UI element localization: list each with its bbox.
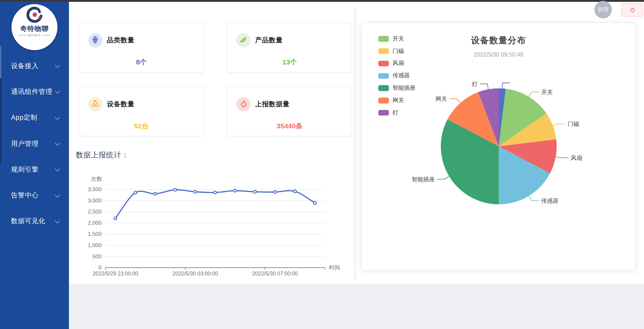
svg-text:3,000: 3,000 (88, 197, 102, 204)
chevron-down-icon (55, 140, 60, 146)
stat-card-value: 8个 (79, 58, 204, 73)
chevron-down-icon (55, 192, 60, 198)
svg-text:门磁: 门磁 (568, 121, 579, 127)
stat-card-devices: 设备数量 52台 (79, 86, 204, 136)
pie-chart: 开关门磁风扇传感器智能插座网关灯 (363, 27, 635, 238)
svg-text:传感器: 传感器 (541, 197, 558, 204)
sidebar-item-data-visual[interactable]: 数据可见化 (0, 208, 69, 234)
stat-card-title: 上报数据量 (255, 100, 290, 108)
svg-text:1,500: 1,500 (88, 231, 102, 237)
svg-text:时间: 时间 (329, 264, 340, 270)
sidebar: 奇特物聯 IOTKIT 设备接入 通讯组件管理 App定制 用户管理 规则引擎 … (0, 2, 69, 329)
svg-text:灯: 灯 (472, 81, 478, 87)
logo-swirl-icon (25, 6, 44, 24)
svg-text:500: 500 (92, 253, 102, 259)
sidebar-item-user-mgmt[interactable]: 用户管理 (0, 131, 69, 157)
page-background (69, 284, 644, 329)
chevron-down-icon (55, 63, 60, 68)
sidebar-item-comm-components[interactable]: 通讯组件管理 (0, 79, 69, 105)
svg-text:2022/5/30 07:00:00: 2022/5/30 07:00:00 (252, 270, 298, 276)
sidebar-item-alert-center[interactable]: 告警中心 (0, 182, 69, 208)
stat-card-reports: 上报数据量 35440条 (227, 86, 352, 136)
stat-card-title: 品类数量 (107, 36, 134, 45)
stat-card-value: 52台 (79, 122, 204, 136)
avatar[interactable]: 管理 (594, 1, 612, 19)
window-top-bar (0, 0, 644, 2)
svg-text:智能插座: 智能插座 (412, 176, 435, 182)
svg-text:风扇: 风扇 (571, 155, 582, 161)
melon-icon (236, 33, 250, 47)
power-icon (628, 6, 636, 14)
sidebar-item-device-access[interactable]: 设备接入 (0, 53, 69, 79)
stat-card-value: 13个 (228, 58, 352, 73)
svg-text:2,000: 2,000 (88, 220, 102, 226)
cherries-icon (88, 97, 102, 111)
svg-text:1,000: 1,000 (88, 242, 102, 248)
chevron-down-icon (55, 89, 60, 94)
logo-subtitle: IOTKIT (12, 34, 58, 37)
stat-card-title: 产品数量 (255, 36, 283, 45)
chevron-down-icon (55, 166, 60, 172)
logo-title: 奇特物聯 (12, 24, 58, 33)
svg-text:2022/5/29 23:00:00: 2022/5/29 23:00:00 (92, 270, 138, 276)
stat-card-categories: 品类数量 8个 (79, 23, 204, 73)
sidebar-menu: 设备接入 通讯组件管理 App定制 用户管理 规则引擎 告警中心 数据可见化 (0, 53, 69, 234)
stat-card-title: 设备数量 (107, 100, 134, 108)
svg-text:2022/5/30 03:00:00: 2022/5/30 03:00:00 (172, 270, 218, 276)
grapes-icon (88, 33, 102, 47)
dashboard-page: 奇特物聯 IOTKIT 设备接入 通讯组件管理 App定制 用户管理 规则引擎 … (0, 0, 644, 329)
line-chart: 次数05001,0001,5002,0002,5003,0003,5002022… (74, 172, 340, 282)
line-chart-title: 数据上报统计： (76, 150, 129, 160)
stat-card-products: 产品数量 13个 (227, 23, 352, 73)
brand-logo: 奇特物聯 IOTKIT (12, 4, 58, 50)
svg-text:次数: 次数 (91, 176, 102, 182)
svg-text:网关: 网关 (436, 96, 447, 102)
stat-card-value: 35440条 (228, 122, 352, 136)
svg-text:3,500: 3,500 (88, 186, 102, 192)
sidebar-item-app-custom[interactable]: App定制 (0, 105, 69, 131)
chevron-down-icon (55, 218, 60, 223)
sidebar-item-rule-engine[interactable]: 规则引擎 (0, 156, 69, 182)
svg-text:2,500: 2,500 (88, 208, 102, 215)
pear-icon (236, 97, 250, 111)
svg-text:开关: 开关 (541, 89, 553, 95)
svg-text:0: 0 (98, 264, 102, 270)
logout-button[interactable] (622, 3, 643, 17)
chevron-down-icon (55, 115, 60, 120)
